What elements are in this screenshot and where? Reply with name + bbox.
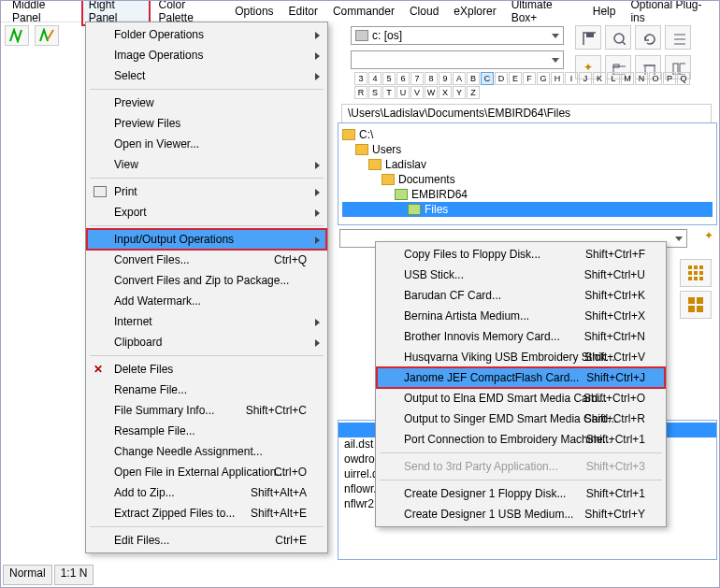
drive-letter-M[interactable]: M — [621, 72, 634, 85]
drive-letter-K[interactable]: K — [593, 72, 606, 85]
menu-item[interactable]: Open File in External Application...Ctrl… — [88, 462, 325, 482]
tree-node[interactable]: EMBIRD64 — [342, 187, 713, 202]
menu-item[interactable]: Bernina Artista Medium...Shift+Ctrl+X — [378, 306, 664, 326]
menu-item[interactable]: Convert Files...Ctrl+Q — [88, 250, 325, 270]
menu-item[interactable]: Brother Innovis Memory Card...Shift+Ctrl… — [378, 326, 664, 347]
drive-letter-Z[interactable]: Z — [467, 86, 480, 99]
menu-item[interactable]: Output to Elna EMD Smart Media Card...Sh… — [378, 388, 664, 409]
menu-item[interactable]: Barudan CF Card...Shift+Ctrl+K — [378, 285, 664, 306]
drive-letter-8[interactable]: 8 — [425, 72, 438, 85]
tree-node[interactable]: Ladislav — [342, 157, 713, 172]
menu-item[interactable]: USB Stick...Shift+Ctrl+U — [378, 265, 664, 285]
tool-zigzag-green[interactable] — [5, 25, 29, 46]
path-bar[interactable]: \Users\Ladislav\Documents\EMBIRD64\Files — [341, 104, 712, 124]
drive-letter-B[interactable]: B — [467, 72, 480, 85]
drive-combo[interactable]: c: [os] — [351, 26, 564, 45]
drive-letter-I[interactable]: I — [565, 72, 578, 85]
drive-letter-9[interactable]: 9 — [439, 72, 452, 85]
save-button[interactable] — [575, 25, 601, 50]
drive-letter-C[interactable]: C — [481, 72, 494, 85]
menu-item[interactable]: Print — [88, 181, 325, 202]
drive-letter-7[interactable]: 7 — [410, 72, 424, 85]
drive-letter-G[interactable]: G — [537, 72, 550, 85]
drive-letter-R[interactable]: R — [354, 86, 367, 99]
right-panel-menu[interactable]: Folder OperationsImage OperationsSelectP… — [85, 22, 328, 553]
menu-item[interactable]: Resample File... — [88, 421, 325, 441]
drive-letter-Q[interactable]: Q — [677, 72, 690, 85]
drive-letter-X[interactable]: X — [439, 86, 452, 99]
menu-editor[interactable]: Editor — [281, 3, 325, 20]
menu-item[interactable]: View — [88, 154, 325, 175]
drive-letter-Y[interactable]: Y — [453, 86, 466, 99]
menu-item[interactable]: Convert Files and Zip to Package... — [88, 270, 325, 291]
menu-item[interactable]: Change Needle Assignment... — [88, 441, 325, 462]
drive-letter-O[interactable]: O — [649, 72, 662, 85]
grid-large-button[interactable] — [680, 291, 712, 319]
folder-tree[interactable]: C:\UsersLadislavDocumentsEMBIRD64Files — [338, 122, 717, 225]
menu-item[interactable]: Select — [88, 65, 325, 86]
menu-item[interactable]: Export — [88, 202, 325, 222]
drive-letter-5[interactable]: 5 — [382, 72, 396, 85]
menu-item[interactable]: Husqvarna Viking USB Embroidery Stick...… — [378, 347, 664, 367]
menu-item[interactable]: ✕Delete Files — [88, 359, 325, 380]
menu-options[interactable]: Options — [227, 3, 281, 20]
menu-help[interactable]: Help — [585, 3, 624, 20]
menu-cloud[interactable]: Cloud — [402, 3, 446, 20]
drive-letter-E[interactable]: E — [509, 72, 522, 85]
io-operations-submenu[interactable]: Copy Files to Floppy Disk...Shift+Ctrl+F… — [375, 241, 667, 527]
drive-letter-A[interactable]: A — [453, 72, 466, 85]
tree-node[interactable]: Documents — [342, 172, 713, 187]
drive-letter-S[interactable]: S — [368, 86, 382, 99]
tree-node[interactable]: Files — [342, 202, 713, 217]
menu-item[interactable]: Create Designer 1 USB Medium...Shift+Ctr… — [378, 504, 664, 524]
menu-explorer[interactable]: eXplorer — [446, 3, 503, 20]
drive-letter-D[interactable]: D — [495, 72, 508, 85]
drive-letter-P[interactable]: P — [663, 72, 676, 85]
drive-letter-L[interactable]: L — [607, 72, 620, 85]
drive-letter-U[interactable]: U — [396, 86, 410, 99]
drive-letter-6[interactable]: 6 — [396, 72, 410, 85]
tree-node[interactable]: Users — [342, 142, 713, 157]
menu-item[interactable]: Preview — [88, 93, 325, 113]
menu-item[interactable]: Create Designer 1 Floppy Disk...Shift+Ct… — [378, 483, 664, 504]
menu-item[interactable]: File Summary Info...Shift+Ctrl+C — [88, 400, 325, 421]
menu-item[interactable]: Add Watermark... — [88, 291, 325, 311]
menu-item[interactable]: Input/Output Operations — [88, 229, 325, 250]
zoom-button[interactable] — [605, 25, 631, 50]
menu-item[interactable]: Janome JEF CompactFlash Card...Shift+Ctr… — [378, 367, 664, 388]
settings-button[interactable] — [665, 25, 691, 50]
menu-middle-panel[interactable]: Middle Panel — [5, 0, 81, 26]
drive-letter-3[interactable]: 3 — [354, 72, 367, 85]
menu-item[interactable]: Add to Zip...Shift+Alt+A — [88, 482, 325, 503]
drive-letter-N[interactable]: N — [635, 72, 648, 85]
menu-ultimate-box-[interactable]: Ultimate Box+ — [504, 0, 585, 26]
drive-letter-W[interactable]: W — [425, 86, 438, 99]
menu-item[interactable]: Folder Operations — [88, 24, 325, 45]
menu-item[interactable]: Image Operations — [88, 45, 325, 65]
menu-optional-plug-ins[interactable]: Optional Plug-ins — [623, 0, 719, 26]
menu-item[interactable]: Copy Files to Floppy Disk...Shift+Ctrl+F — [378, 244, 664, 265]
drive-letter-T[interactable]: T — [382, 86, 396, 99]
menu-commander[interactable]: Commander — [325, 3, 402, 20]
menu-item[interactable]: Preview Files — [88, 113, 325, 134]
menu-item[interactable]: Edit Files...Ctrl+E — [88, 530, 325, 551]
drive-letter-H[interactable]: H — [551, 72, 564, 85]
tab-normal[interactable]: Normal — [3, 565, 52, 585]
menu-item[interactable]: Output to Singer EMD Smart Media Card...… — [378, 409, 664, 429]
grid-small-button[interactable] — [680, 259, 712, 287]
menu-item[interactable]: Internet — [88, 311, 325, 332]
refresh-button[interactable] — [635, 25, 661, 50]
tool-zigzag-edit[interactable] — [35, 25, 59, 46]
drive-letter-F[interactable]: F — [523, 72, 536, 85]
drive-letter-4[interactable]: 4 — [368, 72, 382, 85]
menu-item[interactable]: Port Connection to Embroidery Machine...… — [378, 429, 664, 450]
drive-letter-V[interactable]: V — [410, 86, 424, 99]
drive-letter-J[interactable]: J — [579, 72, 592, 85]
tree-node[interactable]: C:\ — [342, 127, 713, 142]
menu-item[interactable]: Extract Zipped Files to...Shift+Alt+E — [88, 503, 325, 523]
filter-combo[interactable] — [351, 50, 564, 69]
menu-item[interactable]: Open in Viewer... — [88, 134, 325, 154]
menu-item[interactable]: Rename File... — [88, 380, 325, 400]
menu-item[interactable]: Clipboard — [88, 332, 325, 352]
tab-1-1[interactable]: 1:1 N — [54, 565, 94, 585]
